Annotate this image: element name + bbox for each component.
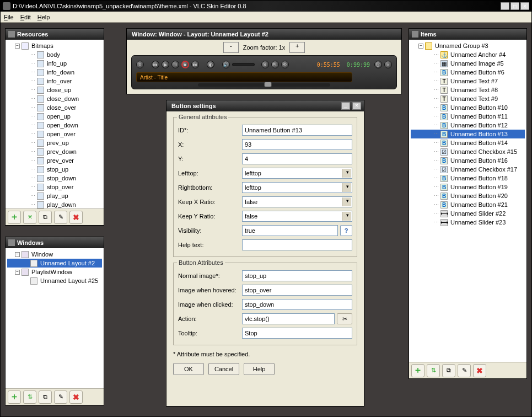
move-button[interactable]: ⇅ bbox=[427, 364, 440, 377]
collapse-icon[interactable]: − bbox=[418, 44, 423, 49]
maximize-button[interactable]: □ bbox=[510, 2, 519, 10]
cancel-button[interactable]: Cancel bbox=[208, 363, 239, 375]
tree-item-button[interactable]: ⋯BUnnamed Button #12 bbox=[411, 121, 525, 130]
zoom-in-button[interactable]: + bbox=[289, 42, 305, 53]
menu-edit[interactable]: Edit bbox=[20, 14, 31, 20]
menu-icon[interactable]: ≡ bbox=[136, 61, 144, 68]
tree-item-bitmap[interactable]: ⋯stop_down bbox=[7, 174, 102, 183]
tree-item-button[interactable]: ⋯BUnnamed Button #10 bbox=[411, 103, 525, 112]
tooltip-input[interactable]: Stop bbox=[242, 328, 352, 339]
open-icon[interactable]: ◐ bbox=[207, 61, 214, 68]
tree-item-layout[interactable]: Unnamed Layout #2 bbox=[7, 259, 102, 268]
ok-button[interactable]: OK bbox=[173, 363, 204, 375]
zoom-out-button[interactable]: - bbox=[223, 42, 239, 53]
tree-item-bitmap[interactable]: ⋯body bbox=[7, 50, 102, 59]
play-icon[interactable]: ▶ bbox=[162, 61, 169, 68]
tree-item-bitmap[interactable]: ⋯play_up bbox=[7, 191, 102, 200]
resources-tree[interactable]: −Bitmaps⋯body⋯info_up⋯info_down⋯info_ove… bbox=[6, 40, 104, 209]
hover-image-input[interactable]: stop_over bbox=[242, 285, 352, 296]
tree-item-bitmap[interactable]: ⋯prev_up bbox=[7, 138, 102, 147]
tree-item-bitmap[interactable]: ⋯stop_up bbox=[7, 165, 102, 174]
add-button[interactable]: ＋ bbox=[411, 364, 424, 377]
tree-item-text[interactable]: ⋯TUnnamed Text #9 bbox=[411, 94, 525, 103]
tree-item-text[interactable]: ⋯TUnnamed Text #7 bbox=[411, 77, 525, 85]
next-icon[interactable]: ⏭ bbox=[191, 61, 199, 68]
rightbottom-select[interactable]: lefttop bbox=[242, 182, 352, 193]
tree-item-bitmap[interactable]: ⋯stop_over bbox=[7, 183, 102, 191]
items-tree[interactable]: −Unnamed Group #3⋯⚓Unnamed Anchor #4⋯▦Un… bbox=[409, 40, 526, 362]
edit-button[interactable]: ✎ bbox=[54, 391, 67, 404]
add-button[interactable]: ＋ bbox=[8, 211, 21, 224]
action-input[interactable]: vlc.stop() bbox=[242, 313, 335, 324]
help-button[interactable]: Help bbox=[244, 363, 275, 375]
tree-item-slider[interactable]: ⋯⟷Unnamed Slider #22 bbox=[411, 209, 525, 218]
tree-item-text[interactable]: ⋯TUnnamed Text #8 bbox=[411, 85, 525, 94]
pause-icon[interactable]: ⏸ bbox=[171, 61, 179, 68]
seek-knob[interactable] bbox=[264, 82, 272, 87]
visibility-input[interactable]: true bbox=[242, 225, 338, 236]
lefttop-select[interactable]: lefttop bbox=[242, 168, 352, 179]
tree-item-bitmap[interactable]: ⋯close_up bbox=[7, 85, 102, 94]
shuffle-icon[interactable]: ⤨ bbox=[261, 61, 269, 68]
delete-button[interactable]: ✖ bbox=[69, 391, 83, 404]
tree-item-layout[interactable]: Unnamed Layout #25 bbox=[7, 276, 102, 285]
volume-slider[interactable] bbox=[232, 63, 255, 66]
tree-item-button[interactable]: ⋯BUnnamed Button #14 bbox=[411, 138, 525, 147]
tree-item-button[interactable]: ⋯BUnnamed Button #19 bbox=[411, 183, 525, 191]
x-input[interactable]: 93 bbox=[242, 139, 352, 150]
close-icon[interactable]: × bbox=[384, 61, 392, 68]
tree-item-window[interactable]: − PlaylistWindow bbox=[7, 268, 102, 276]
tree-item-button[interactable]: ⋯BUnnamed Button #6 bbox=[411, 68, 525, 77]
prev-icon[interactable]: ⏮ bbox=[152, 61, 159, 68]
add-button[interactable]: ＋ bbox=[8, 391, 21, 404]
tree-item-check[interactable]: ⋯☑Unnamed Checkbox #15 bbox=[411, 147, 525, 156]
tree-item-bitmap[interactable]: ⋯prev_over bbox=[7, 156, 102, 165]
tree-item-bitmap[interactable]: ⋯info_over bbox=[7, 77, 102, 85]
delete-button[interactable]: ✖ bbox=[473, 364, 486, 377]
tree-item-button[interactable]: ⋯BUnnamed Button #13 bbox=[411, 130, 525, 138]
dialog-close-button[interactable]: × bbox=[352, 102, 361, 110]
tree-item-button[interactable]: ⋯BUnnamed Button #20 bbox=[411, 191, 525, 200]
collapse-icon[interactable]: − bbox=[15, 252, 20, 257]
tree-item-bitmaps[interactable]: −Bitmaps bbox=[7, 41, 102, 50]
seek-slider[interactable] bbox=[198, 83, 330, 87]
tree-item-bitmap[interactable]: ⋯open_over bbox=[7, 130, 102, 138]
minimize-button[interactable]: _ bbox=[501, 2, 509, 10]
keepx-select[interactable]: false bbox=[242, 196, 352, 207]
tree-item-group[interactable]: −Unnamed Group #3 bbox=[411, 41, 525, 50]
edit-button[interactable]: ✎ bbox=[458, 364, 471, 377]
close-button[interactable]: × bbox=[520, 2, 529, 10]
vol-icon[interactable]: 🔊 bbox=[222, 61, 230, 68]
action-edit-button[interactable]: ✂ bbox=[337, 313, 352, 324]
collapse-icon[interactable]: − bbox=[15, 44, 20, 49]
windows-tree[interactable]: − Window Unnamed Layout #2 − PlaylistWin… bbox=[6, 248, 104, 388]
copy-button[interactable]: ⧉ bbox=[442, 364, 455, 377]
tree-item-bitmap[interactable]: ⋯open_down bbox=[7, 121, 102, 130]
click-image-input[interactable]: stop_down bbox=[242, 299, 352, 310]
tree-item-button[interactable]: ⋯BUnnamed Button #21 bbox=[411, 200, 525, 209]
copy-button[interactable]: ⧉ bbox=[39, 391, 52, 404]
helptext-input[interactable] bbox=[242, 239, 352, 250]
y-input[interactable]: 4 bbox=[242, 153, 352, 164]
copy-button[interactable]: ⧉ bbox=[39, 211, 52, 224]
dialog-minimize-button[interactable]: _ bbox=[341, 102, 350, 110]
repeat-icon[interactable]: ⟲ bbox=[281, 61, 289, 68]
tree-item-bitmap[interactable]: ⋯play_down bbox=[7, 200, 102, 209]
tree-item-button[interactable]: ⋯BUnnamed Button #18 bbox=[411, 174, 525, 183]
tree-item-button[interactable]: ⋯BUnnamed Button #11 bbox=[411, 112, 525, 121]
tree-item-button[interactable]: ⋯BUnnamed Button #16 bbox=[411, 156, 525, 165]
stop-icon[interactable]: ■ bbox=[181, 61, 189, 68]
tree-item-check[interactable]: ⋯☑Unnamed Checkbox #17 bbox=[411, 165, 525, 174]
move-button[interactable]: ⇅ bbox=[23, 391, 36, 404]
menu-help[interactable]: Help bbox=[37, 14, 50, 20]
tree-item-bitmap[interactable]: ⋯close_over bbox=[7, 103, 102, 112]
tree-item-anchor[interactable]: ⋯⚓Unnamed Anchor #4 bbox=[411, 50, 525, 59]
delete-button[interactable]: ✖ bbox=[69, 211, 83, 224]
tree-item-bitmap[interactable]: ⋯close_down bbox=[7, 94, 102, 103]
tree-item-slider[interactable]: ⋯⟷Unnamed Slider #23 bbox=[411, 218, 525, 227]
tree-item-bitmap[interactable]: ⋯info_up bbox=[7, 59, 102, 68]
edit-button[interactable]: ✎ bbox=[54, 211, 67, 224]
playlist-icon[interactable]: PL bbox=[271, 61, 279, 68]
tree-item-bitmap[interactable]: ⋯prev_down bbox=[7, 147, 102, 156]
id-input[interactable]: Unnamed Button #13 bbox=[242, 125, 352, 136]
